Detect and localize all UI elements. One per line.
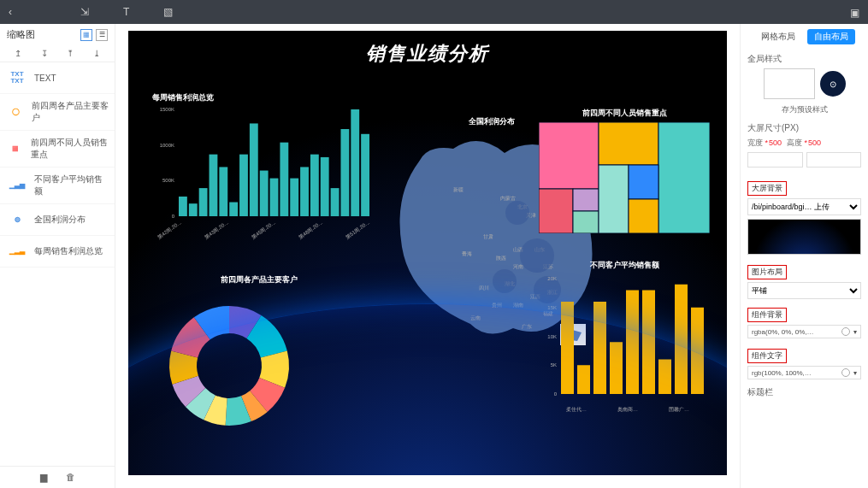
img-layout-label: 图片布局: [747, 265, 787, 279]
thumb-item[interactable]: TXT TXTTEXT: [0, 62, 115, 94]
bg-select[interactable]: /bi/pinboard/bgi… 上传: [747, 198, 861, 215]
svg-text:甘肃: 甘肃: [483, 234, 493, 239]
svg-text:内蒙古: 内蒙古: [500, 196, 516, 201]
svg-rect-64: [629, 199, 658, 233]
comp-text-color[interactable]: rgb(100%, 100%,…▾: [747, 366, 861, 379]
text-tool-icon[interactable]: T: [123, 6, 129, 18]
preview-play-button[interactable]: ⊙: [820, 71, 846, 97]
bg-thumbnail[interactable]: [747, 219, 861, 255]
chart-treemap[interactable]: 前四周不同人员销售重点: [539, 108, 710, 237]
move-bottom-icon[interactable]: ⤓: [93, 49, 100, 58]
thumb-item[interactable]: ▁▂▃每周销售利润总览: [0, 236, 115, 268]
svg-rect-8: [219, 167, 227, 216]
svg-text:20K: 20K: [547, 276, 557, 281]
trash-icon[interactable]: 🗑: [66, 472, 75, 483]
svg-rect-72: [593, 302, 606, 394]
svg-point-52: [505, 201, 529, 225]
move-top-icon[interactable]: ⤒: [67, 49, 74, 58]
sidebar-title: 缩略图: [7, 28, 35, 41]
svg-rect-70: [561, 302, 574, 394]
svg-rect-62: [599, 165, 629, 233]
height-input[interactable]: [806, 152, 862, 168]
svg-rect-15: [290, 179, 298, 216]
dim-title: 大屏尺寸(PX): [747, 122, 861, 134]
svg-text:10K: 10K: [547, 334, 557, 339]
thumb-item[interactable]: ▦前四周不同人员销售重点: [0, 131, 115, 168]
width-input[interactable]: [747, 152, 803, 168]
download-icon[interactable]: ⇲: [80, 6, 89, 18]
svg-text:5K: 5K: [551, 362, 557, 367]
svg-text:第51周.20…: 第51周.20…: [345, 220, 370, 240]
svg-text:1000K: 1000K: [160, 143, 174, 148]
tab-free-layout[interactable]: 自由布局: [807, 29, 855, 44]
svg-text:云南: 云南: [470, 315, 481, 320]
list-view-icon[interactable]: ☰: [96, 29, 108, 41]
svg-text:柔佳代…: 柔佳代…: [566, 407, 587, 412]
svg-text:第48周.20…: 第48周.20…: [298, 220, 323, 240]
svg-rect-21: [351, 109, 359, 216]
chart-customer-bar[interactable]: 不同客户平均销售额 20K15K10K5K0柔佳代…奥南商…国馨广…: [539, 260, 710, 423]
thumb-item[interactable]: ◯前四周各产品主要客户: [0, 94, 115, 131]
svg-rect-74: [626, 291, 639, 395]
svg-text:1500K: 1500K: [160, 107, 174, 112]
svg-rect-10: [239, 155, 248, 216]
svg-rect-7: [210, 155, 218, 216]
preview-box[interactable]: [764, 68, 815, 99]
move-up-icon[interactable]: ↥: [15, 49, 21, 58]
svg-text:福建: 福建: [543, 311, 553, 316]
svg-rect-75: [642, 291, 655, 395]
svg-rect-9: [229, 203, 238, 216]
svg-text:第42周.20…: 第42周.20…: [156, 220, 182, 240]
save-preset-button[interactable]: 存为预设样式: [747, 104, 861, 115]
folder-icon[interactable]: ▆: [40, 472, 47, 483]
svg-text:500K: 500K: [162, 178, 174, 183]
svg-rect-12: [260, 171, 269, 216]
move-down-icon[interactable]: ↧: [41, 49, 48, 58]
svg-text:0: 0: [554, 391, 558, 397]
svg-text:国馨广…: 国馨广…: [669, 406, 689, 412]
svg-text:贵州: 贵州: [492, 303, 502, 309]
chart-donut[interactable]: 前四周各产品主要客户: [152, 274, 366, 446]
svg-rect-58: [658, 122, 710, 233]
svg-rect-11: [250, 123, 258, 216]
canvas-area: 销售业绩分析 每周销售利润总览 1500K1000K500K0第42周.20…第…: [115, 24, 740, 488]
svg-rect-20: [340, 129, 349, 216]
svg-rect-63: [629, 165, 658, 199]
svg-text:河南: 河南: [513, 264, 523, 269]
thumb-item[interactable]: ◍全国利润分布: [0, 204, 115, 236]
svg-text:青海: 青海: [462, 251, 472, 256]
svg-rect-17: [310, 155, 319, 216]
svg-rect-55: [560, 324, 586, 345]
svg-text:15K: 15K: [547, 305, 557, 310]
back-icon[interactable]: ‹: [9, 6, 12, 18]
svg-rect-13: [270, 179, 279, 216]
svg-rect-59: [539, 189, 573, 233]
svg-rect-73: [610, 342, 623, 394]
svg-rect-78: [691, 308, 704, 394]
chart-weekly-bar[interactable]: 每周销售利润总览 1500K1000K500K0第42周.20…第43周.20……: [152, 92, 375, 254]
svg-rect-19: [331, 188, 340, 216]
present-icon[interactable]: ▣: [850, 7, 859, 19]
right-panel: 网格布局 自由布局 全局样式 ⊙ 存为预设样式 大屏尺寸(PX) 宽度 *500…: [740, 24, 868, 488]
svg-rect-77: [675, 285, 688, 394]
tab-grid-layout[interactable]: 网格布局: [754, 29, 802, 44]
svg-point-54: [493, 269, 517, 293]
svg-rect-61: [573, 211, 599, 233]
grid-view-icon[interactable]: ▦: [80, 29, 92, 41]
img-layout-select[interactable]: 平铺: [747, 282, 861, 299]
svg-text:四川: 四川: [479, 285, 489, 291]
comp-text-label: 组件文字: [747, 349, 787, 363]
image-tool-icon[interactable]: ▧: [163, 6, 173, 18]
svg-rect-14: [280, 143, 288, 216]
svg-text:广东: 广东: [522, 323, 532, 329]
global-style-label: 全局样式: [747, 53, 861, 65]
thumb-item[interactable]: ▁▃▅不同客户平均销售额: [0, 168, 115, 204]
sidebar: 缩略图 ▦ ☰ ↥ ↧ ⤒ ⤓ TXT TXTTEXT◯前四周各产品主要客户▦前…: [0, 24, 115, 488]
svg-text:湖南: 湖南: [513, 303, 523, 308]
svg-rect-71: [577, 365, 590, 394]
title-bar-label: 标题栏: [747, 386, 861, 398]
comp-bg-color[interactable]: rgba(0%, 0%, 0%,…▾: [747, 325, 861, 338]
svg-text:第43周.20…: 第43周.20…: [204, 220, 229, 240]
svg-rect-5: [189, 203, 198, 216]
sidebar-actions: ↥ ↧ ⤒ ⤓: [0, 45, 115, 62]
